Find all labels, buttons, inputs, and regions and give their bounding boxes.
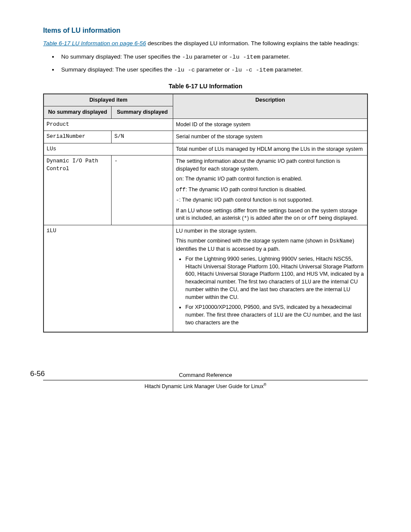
text: being displayed.	[318, 215, 358, 221]
text: parameter.	[273, 66, 302, 73]
desc-para: The setting information about the dynami…	[176, 158, 364, 173]
text: ) is added after the	[247, 215, 294, 221]
code: -lu	[182, 54, 192, 60]
table-row: SerialNumber S/N Serial number of the st…	[44, 131, 367, 143]
code: off	[308, 215, 318, 221]
list-item: For XP10000/XP12000, P9500, and SVS, ind…	[185, 304, 364, 327]
desc-para: If an LU whose settings differ from the …	[176, 207, 364, 223]
table-row: iLU LU number in the storage system. Thi…	[44, 225, 367, 332]
desc-sublist: For the Lightning 9900 series, Lightning…	[176, 255, 364, 327]
table-row: Dynamic I/O Path Control - The setting i…	[44, 156, 367, 225]
list-item: No summary displayed: The user specifies…	[59, 53, 368, 62]
cell-desc: The setting information about the dynami…	[173, 156, 367, 225]
code: iLU	[274, 312, 283, 318]
code: DskName	[330, 238, 352, 244]
text: : The dynamic I/O path control function …	[179, 197, 313, 203]
desc-para: LU number in the storage system.	[176, 227, 364, 235]
col-header-summary: Summary displayed	[112, 106, 173, 119]
desc-para: -: The dynamic I/O path control function…	[176, 196, 364, 205]
code: on	[293, 215, 300, 221]
text: : The dynamic I/O path control function …	[186, 187, 306, 193]
page-number: 6-56	[30, 369, 45, 379]
col-header-displayed-item: Displayed item	[44, 94, 173, 106]
code: -	[176, 197, 179, 203]
cell-desc: Serial number of the storage system	[173, 131, 367, 143]
cell-ilu: iLU	[44, 225, 173, 332]
code: -lu -c -item	[231, 67, 273, 73]
intro-text: describes the displayed LU information. …	[146, 40, 359, 47]
desc-para: on: The dynamic I/O path control functio…	[176, 175, 364, 184]
cell-desc: Total number of LUs managed by HDLM amon…	[173, 143, 367, 156]
list-item: Summary displayed: The user specifies th…	[59, 66, 368, 75]
footer-subtitle: Hitachi Dynamic Link Manager User Guide …	[43, 382, 368, 390]
intro-paragraph: Table 6-17 LU Information on page 6-56 d…	[43, 40, 368, 48]
cell-desc: LU number in the storage system. This nu…	[173, 225, 367, 332]
cell-lus: LUs	[44, 143, 173, 156]
text: : The dynamic I/O path control function …	[182, 176, 302, 182]
table-row: LUs Total number of LUs managed by HDLM …	[44, 143, 367, 156]
text: Summary displayed: The user specifies th…	[61, 66, 174, 73]
table-caption: Table 6-17 LU Information	[43, 82, 368, 91]
text: No summary displayed: The user specifies…	[61, 53, 182, 60]
cell-product: Product	[44, 118, 173, 131]
text: parameter or	[195, 66, 231, 73]
footer-title: Command Reference	[43, 371, 368, 380]
cell-desc: Model ID of the storage system	[173, 118, 367, 131]
text: or	[300, 215, 308, 221]
lu-information-table: Displayed item Description No summary di…	[43, 93, 368, 333]
heading-explanations-list: No summary displayed: The user specifies…	[43, 53, 368, 75]
text: parameter or	[193, 53, 229, 60]
registered-mark: ®	[264, 383, 267, 387]
col-header-no-summary: No summary displayed	[44, 106, 112, 119]
table-reference-link[interactable]: Table 6-17 LU Information on page 6-56	[43, 40, 146, 47]
desc-para: off: The dynamic I/O path control functi…	[176, 186, 364, 194]
section-heading: Items of LU information	[43, 26, 368, 35]
code: -lu -c	[174, 67, 195, 73]
desc-para: This number combined with the storage sy…	[176, 237, 364, 253]
code: -lu -item	[229, 54, 261, 60]
list-item: For the Lightning 9900 series, Lightning…	[185, 255, 364, 301]
text: Hitachi Dynamic Link Manager User Guide …	[145, 383, 264, 389]
table-row: Product Model ID of the storage system	[44, 118, 367, 131]
cell-sn: S/N	[112, 131, 173, 143]
page-footer: 6-56 Command Reference Hitachi Dynamic L…	[43, 371, 368, 390]
code: *	[244, 215, 247, 221]
code: iLU	[302, 279, 311, 285]
code: off	[176, 187, 186, 193]
text: This number combined with the storage sy…	[176, 238, 330, 244]
cell-dash: -	[112, 156, 173, 225]
cell-dynamic-io: Dynamic I/O Path Control	[44, 156, 112, 225]
text: parameter.	[260, 53, 290, 60]
cell-serialnumber: SerialNumber	[44, 131, 112, 143]
col-header-description: Description	[173, 94, 367, 119]
code: on	[176, 176, 182, 182]
